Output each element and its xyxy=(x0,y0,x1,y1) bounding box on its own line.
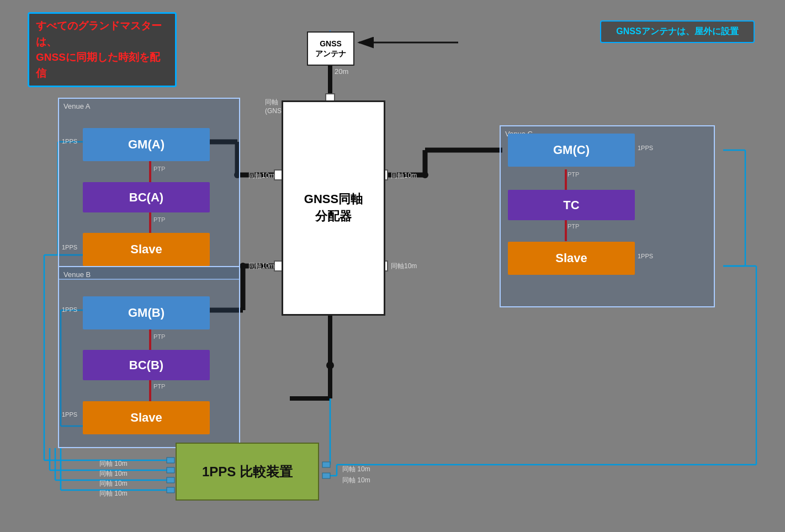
coax-bottom-2: 同軸 10m xyxy=(99,469,128,478)
gnss-distributor: GNSS同軸分配器 xyxy=(282,100,385,316)
bc-b-label: BC(B) xyxy=(129,358,163,373)
svg-point-58 xyxy=(240,263,246,269)
coax-bottom-3: 同軸 10m xyxy=(99,479,128,488)
pps-compare-label: 1PPS 比較装置 xyxy=(202,463,293,481)
svg-point-16 xyxy=(326,361,334,369)
ptp-b1-label: PTP xyxy=(153,333,165,340)
svg-rect-60 xyxy=(167,457,174,463)
tc-c: TC xyxy=(508,190,635,220)
svg-rect-64 xyxy=(322,462,330,467)
slave-a: Slave xyxy=(83,233,210,266)
cable-label-20m: 20m xyxy=(335,67,348,76)
tc-c-label: TC xyxy=(563,198,579,212)
slave-c-1pps-label: 1PPS xyxy=(638,253,653,259)
bc-a: BC(A) xyxy=(83,182,210,212)
gm-b-label: GM(B) xyxy=(128,306,165,320)
gm-a: GM(A) xyxy=(83,128,210,161)
ptp-c1-label: PTP xyxy=(567,171,579,178)
slave-c-label: Slave xyxy=(555,251,587,265)
coax-right-1: 同軸 10m xyxy=(342,465,370,474)
slave-a-label: Slave xyxy=(130,242,162,257)
ptp-c2-label: PTP xyxy=(567,223,579,230)
gm-c-1pps-label: 1PPS xyxy=(638,145,653,151)
annotation-box: すべてのグランドマスターは、GNSSに同期した時刻を配信 xyxy=(28,12,177,87)
gm-a-label: GM(A) xyxy=(128,137,165,152)
coax-right-2: 同軸 10m xyxy=(342,476,370,485)
pps-compare-box: 1PPS 比較装置 xyxy=(176,443,319,501)
slave-a-1pps-label: 1PPS xyxy=(62,244,77,251)
gm-b-1pps-label: 1PPS xyxy=(62,306,77,313)
ptp-a1-label: PTP xyxy=(153,166,165,172)
gm-b: GM(B) xyxy=(83,296,210,329)
svg-rect-63 xyxy=(167,487,174,493)
bc-a-label: BC(A) xyxy=(129,190,163,205)
venue-b-label: Venue B xyxy=(63,270,91,279)
coax-label-b: 同軸10m xyxy=(248,262,274,271)
gm-c-label: GM(C) xyxy=(553,143,590,157)
ptp-b2-label: PTP xyxy=(153,383,165,390)
slave-b-label: Slave xyxy=(130,411,162,425)
venue-a-label: Venue A xyxy=(63,102,90,110)
coax-label-d: 同軸10m xyxy=(391,262,417,271)
annotation-text: すべてのグランドマスターは、GNSSに同期した時刻を配信 xyxy=(36,18,168,81)
svg-rect-62 xyxy=(167,477,174,483)
slave-b: Slave xyxy=(83,401,210,434)
bc-b: BC(B) xyxy=(83,350,210,380)
svg-rect-61 xyxy=(167,467,174,473)
svg-rect-65 xyxy=(322,473,330,478)
slave-c: Slave xyxy=(508,242,635,275)
gm-c: GM(C) xyxy=(508,134,635,167)
gnss-antenna-box: GNSSアンテナ xyxy=(307,31,354,66)
gnss-outdoor-text: GNSSアンテナは、屋外に設置 xyxy=(616,26,738,36)
slave-b-1pps-label: 1PPS xyxy=(62,411,77,418)
coax-bottom-4: 同軸 10m xyxy=(99,489,128,498)
diagram-container: すべてのグランドマスターは、GNSSに同期した時刻を配信 GNSSアンテナ GN… xyxy=(28,12,757,520)
gnss-antenna-label: GNSSアンテナ xyxy=(315,39,346,58)
ptp-a2-label: PTP xyxy=(153,216,165,223)
gm-a-1pps-label: 1PPS xyxy=(62,138,77,145)
coax-label-c: 同軸10m xyxy=(391,171,417,180)
coax-bottom-1: 同軸 10m xyxy=(99,459,128,469)
svg-point-59 xyxy=(422,172,428,178)
gnss-dist-label: GNSS同軸分配器 xyxy=(304,191,363,225)
gnss-outdoor-note: GNSSアンテナは、屋外に設置 xyxy=(600,20,755,43)
coax-label-a: 同軸10m xyxy=(248,171,274,180)
